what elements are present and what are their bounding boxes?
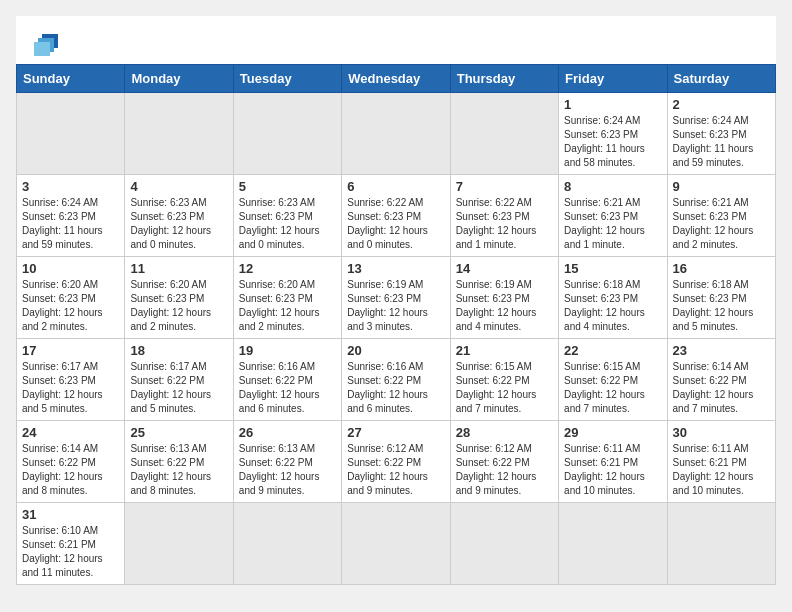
day-number: 17 (22, 343, 119, 358)
calendar-cell: 7Sunrise: 6:22 AMSunset: 6:23 PMDaylight… (450, 175, 558, 257)
calendar-cell: 16Sunrise: 6:18 AMSunset: 6:23 PMDayligh… (667, 257, 775, 339)
calendar-cell: 14Sunrise: 6:19 AMSunset: 6:23 PMDayligh… (450, 257, 558, 339)
day-number: 25 (130, 425, 227, 440)
day-number: 2 (673, 97, 770, 112)
day-info: Sunrise: 6:19 AMSunset: 6:23 PMDaylight:… (347, 278, 444, 334)
day-info: Sunrise: 6:21 AMSunset: 6:23 PMDaylight:… (564, 196, 661, 252)
day-number: 19 (239, 343, 336, 358)
calendar-cell: 9Sunrise: 6:21 AMSunset: 6:23 PMDaylight… (667, 175, 775, 257)
calendar-cell: 8Sunrise: 6:21 AMSunset: 6:23 PMDaylight… (559, 175, 667, 257)
day-info: Sunrise: 6:14 AMSunset: 6:22 PMDaylight:… (673, 360, 770, 416)
day-info: Sunrise: 6:11 AMSunset: 6:21 PMDaylight:… (673, 442, 770, 498)
calendar-cell: 15Sunrise: 6:18 AMSunset: 6:23 PMDayligh… (559, 257, 667, 339)
calendar-cell: 6Sunrise: 6:22 AMSunset: 6:23 PMDaylight… (342, 175, 450, 257)
day-number: 5 (239, 179, 336, 194)
day-info: Sunrise: 6:15 AMSunset: 6:22 PMDaylight:… (564, 360, 661, 416)
day-number: 21 (456, 343, 553, 358)
calendar-cell (125, 93, 233, 175)
calendar-cell: 22Sunrise: 6:15 AMSunset: 6:22 PMDayligh… (559, 339, 667, 421)
day-number: 14 (456, 261, 553, 276)
week-row-5: 24Sunrise: 6:14 AMSunset: 6:22 PMDayligh… (17, 421, 776, 503)
calendar-cell: 5Sunrise: 6:23 AMSunset: 6:23 PMDaylight… (233, 175, 341, 257)
calendar-cell (450, 503, 558, 585)
day-info: Sunrise: 6:24 AMSunset: 6:23 PMDaylight:… (22, 196, 119, 252)
week-row-2: 3Sunrise: 6:24 AMSunset: 6:23 PMDaylight… (17, 175, 776, 257)
calendar-cell (233, 93, 341, 175)
day-number: 6 (347, 179, 444, 194)
day-number: 4 (130, 179, 227, 194)
calendar-cell: 30Sunrise: 6:11 AMSunset: 6:21 PMDayligh… (667, 421, 775, 503)
calendar-cell (559, 503, 667, 585)
day-number: 29 (564, 425, 661, 440)
logo (32, 28, 68, 56)
day-number: 30 (673, 425, 770, 440)
calendar-cell: 13Sunrise: 6:19 AMSunset: 6:23 PMDayligh… (342, 257, 450, 339)
day-number: 7 (456, 179, 553, 194)
calendar-cell (125, 503, 233, 585)
calendar-cell: 2Sunrise: 6:24 AMSunset: 6:23 PMDaylight… (667, 93, 775, 175)
week-row-4: 17Sunrise: 6:17 AMSunset: 6:23 PMDayligh… (17, 339, 776, 421)
week-row-6: 31Sunrise: 6:10 AMSunset: 6:21 PMDayligh… (17, 503, 776, 585)
calendar-cell: 29Sunrise: 6:11 AMSunset: 6:21 PMDayligh… (559, 421, 667, 503)
day-info: Sunrise: 6:22 AMSunset: 6:23 PMDaylight:… (456, 196, 553, 252)
weekday-header-thursday: Thursday (450, 65, 558, 93)
day-number: 15 (564, 261, 661, 276)
calendar-cell: 17Sunrise: 6:17 AMSunset: 6:23 PMDayligh… (17, 339, 125, 421)
day-info: Sunrise: 6:13 AMSunset: 6:22 PMDaylight:… (130, 442, 227, 498)
day-number: 10 (22, 261, 119, 276)
calendar-cell: 21Sunrise: 6:15 AMSunset: 6:22 PMDayligh… (450, 339, 558, 421)
svg-marker-2 (34, 42, 50, 56)
day-info: Sunrise: 6:16 AMSunset: 6:22 PMDaylight:… (347, 360, 444, 416)
day-number: 9 (673, 179, 770, 194)
week-row-1: 1Sunrise: 6:24 AMSunset: 6:23 PMDaylight… (17, 93, 776, 175)
day-info: Sunrise: 6:22 AMSunset: 6:23 PMDaylight:… (347, 196, 444, 252)
calendar-cell: 26Sunrise: 6:13 AMSunset: 6:22 PMDayligh… (233, 421, 341, 503)
day-number: 3 (22, 179, 119, 194)
day-number: 31 (22, 507, 119, 522)
logo-icon (32, 30, 64, 58)
day-number: 24 (22, 425, 119, 440)
day-number: 11 (130, 261, 227, 276)
weekday-header-tuesday: Tuesday (233, 65, 341, 93)
day-number: 13 (347, 261, 444, 276)
day-info: Sunrise: 6:15 AMSunset: 6:22 PMDaylight:… (456, 360, 553, 416)
calendar-cell: 20Sunrise: 6:16 AMSunset: 6:22 PMDayligh… (342, 339, 450, 421)
day-info: Sunrise: 6:20 AMSunset: 6:23 PMDaylight:… (130, 278, 227, 334)
calendar-table: SundayMondayTuesdayWednesdayThursdayFrid… (16, 64, 776, 585)
calendar-cell: 1Sunrise: 6:24 AMSunset: 6:23 PMDaylight… (559, 93, 667, 175)
day-info: Sunrise: 6:23 AMSunset: 6:23 PMDaylight:… (130, 196, 227, 252)
calendar-cell: 19Sunrise: 6:16 AMSunset: 6:22 PMDayligh… (233, 339, 341, 421)
calendar-cell (667, 503, 775, 585)
calendar-cell: 11Sunrise: 6:20 AMSunset: 6:23 PMDayligh… (125, 257, 233, 339)
day-info: Sunrise: 6:14 AMSunset: 6:22 PMDaylight:… (22, 442, 119, 498)
calendar-cell (450, 93, 558, 175)
day-number: 1 (564, 97, 661, 112)
calendar-cell: 23Sunrise: 6:14 AMSunset: 6:22 PMDayligh… (667, 339, 775, 421)
day-info: Sunrise: 6:12 AMSunset: 6:22 PMDaylight:… (347, 442, 444, 498)
calendar-cell: 18Sunrise: 6:17 AMSunset: 6:22 PMDayligh… (125, 339, 233, 421)
weekday-header-sunday: Sunday (17, 65, 125, 93)
day-info: Sunrise: 6:10 AMSunset: 6:21 PMDaylight:… (22, 524, 119, 580)
day-info: Sunrise: 6:20 AMSunset: 6:23 PMDaylight:… (239, 278, 336, 334)
day-info: Sunrise: 6:12 AMSunset: 6:22 PMDaylight:… (456, 442, 553, 498)
calendar-header (16, 16, 776, 64)
day-info: Sunrise: 6:19 AMSunset: 6:23 PMDaylight:… (456, 278, 553, 334)
day-number: 26 (239, 425, 336, 440)
weekday-header-saturday: Saturday (667, 65, 775, 93)
calendar-cell (342, 503, 450, 585)
calendar-cell (233, 503, 341, 585)
calendar-cell: 27Sunrise: 6:12 AMSunset: 6:22 PMDayligh… (342, 421, 450, 503)
calendar-cell: 10Sunrise: 6:20 AMSunset: 6:23 PMDayligh… (17, 257, 125, 339)
day-number: 20 (347, 343, 444, 358)
calendar-cell: 28Sunrise: 6:12 AMSunset: 6:22 PMDayligh… (450, 421, 558, 503)
calendar-container: SundayMondayTuesdayWednesdayThursdayFrid… (16, 16, 776, 585)
calendar-cell (17, 93, 125, 175)
week-row-3: 10Sunrise: 6:20 AMSunset: 6:23 PMDayligh… (17, 257, 776, 339)
calendar-cell: 3Sunrise: 6:24 AMSunset: 6:23 PMDaylight… (17, 175, 125, 257)
weekday-header-row: SundayMondayTuesdayWednesdayThursdayFrid… (17, 65, 776, 93)
day-number: 23 (673, 343, 770, 358)
day-number: 12 (239, 261, 336, 276)
weekday-header-monday: Monday (125, 65, 233, 93)
day-info: Sunrise: 6:17 AMSunset: 6:23 PMDaylight:… (22, 360, 119, 416)
weekday-header-friday: Friday (559, 65, 667, 93)
